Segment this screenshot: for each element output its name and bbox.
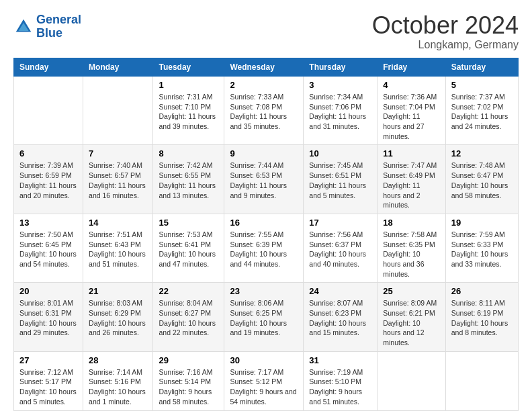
calendar-cell: 3Sunrise: 7:34 AMSunset: 7:06 PMDaylight… <box>304 77 378 145</box>
header-row: SundayMondayTuesdayWednesdayThursdayFrid… <box>14 58 519 77</box>
calendar-cell <box>14 77 83 145</box>
day-info: Sunrise: 7:51 AMSunset: 6:43 PMDaylight:… <box>89 230 147 269</box>
day-info: Sunrise: 8:09 AMSunset: 6:21 PMDaylight:… <box>383 298 440 347</box>
calendar-cell: 29Sunrise: 7:16 AMSunset: 5:14 PMDayligh… <box>153 351 224 410</box>
day-info: Sunrise: 7:55 AMSunset: 6:39 PMDaylight:… <box>230 230 298 269</box>
calendar-cell: 15Sunrise: 7:53 AMSunset: 6:41 PMDayligh… <box>153 214 224 282</box>
day-info: Sunrise: 8:11 AMSunset: 6:19 PMDaylight:… <box>451 298 513 338</box>
page-header: General Blue October 2024 Longkamp, Germ… <box>13 13 519 51</box>
day-info: Sunrise: 7:12 AMSunset: 5:17 PMDaylight:… <box>19 367 77 407</box>
day-number: 8 <box>159 148 218 158</box>
calendar-cell: 2Sunrise: 7:33 AMSunset: 7:08 PMDaylight… <box>224 77 304 145</box>
calendar-cell: 24Sunrise: 8:07 AMSunset: 6:23 PMDayligh… <box>304 283 378 351</box>
logo: General Blue <box>13 13 81 40</box>
day-info: Sunrise: 7:45 AMSunset: 6:51 PMDaylight:… <box>309 161 371 200</box>
day-info: Sunrise: 8:06 AMSunset: 6:25 PMDaylight:… <box>230 298 298 338</box>
day-info: Sunrise: 7:59 AMSunset: 6:33 PMDaylight:… <box>451 230 513 269</box>
day-number: 25 <box>383 286 440 296</box>
calendar-cell: 16Sunrise: 7:55 AMSunset: 6:39 PMDayligh… <box>224 214 304 282</box>
day-info: Sunrise: 7:33 AMSunset: 7:08 PMDaylight:… <box>230 92 298 132</box>
logo-line1: General <box>36 13 81 26</box>
calendar-cell: 12Sunrise: 7:48 AMSunset: 6:47 PMDayligh… <box>445 145 518 214</box>
day-number: 26 <box>451 286 513 296</box>
day-number: 22 <box>159 286 218 296</box>
logo-line2: Blue <box>36 26 62 40</box>
calendar-cell: 5Sunrise: 7:37 AMSunset: 7:02 PMDaylight… <box>445 77 518 145</box>
calendar-cell: 21Sunrise: 8:03 AMSunset: 6:29 PMDayligh… <box>83 283 153 351</box>
day-info: Sunrise: 8:04 AMSunset: 6:27 PMDaylight:… <box>159 298 218 338</box>
day-number: 2 <box>230 80 298 90</box>
day-number: 9 <box>230 148 298 158</box>
calendar-cell: 22Sunrise: 8:04 AMSunset: 6:27 PMDayligh… <box>153 283 224 351</box>
day-number: 11 <box>383 148 440 158</box>
day-info: Sunrise: 8:01 AMSunset: 6:31 PMDaylight:… <box>19 298 77 338</box>
day-number: 29 <box>159 355 218 365</box>
day-number: 10 <box>309 148 371 158</box>
day-info: Sunrise: 7:53 AMSunset: 6:41 PMDaylight:… <box>159 230 218 269</box>
month-title: October 2024 <box>372 13 519 38</box>
day-number: 28 <box>89 355 147 365</box>
day-number: 21 <box>89 286 147 296</box>
calendar-cell: 7Sunrise: 7:40 AMSunset: 6:57 PMDaylight… <box>83 145 153 214</box>
day-info: Sunrise: 8:07 AMSunset: 6:23 PMDaylight:… <box>309 298 371 338</box>
day-info: Sunrise: 7:58 AMSunset: 6:35 PMDaylight:… <box>383 230 440 279</box>
calendar-week-row: 13Sunrise: 7:50 AMSunset: 6:45 PMDayligh… <box>14 214 519 282</box>
calendar-cell: 1Sunrise: 7:31 AMSunset: 7:10 PMDaylight… <box>153 77 224 145</box>
calendar-cell: 13Sunrise: 7:50 AMSunset: 6:45 PMDayligh… <box>14 214 83 282</box>
day-number: 27 <box>19 355 77 365</box>
day-info: Sunrise: 7:37 AMSunset: 7:02 PMDaylight:… <box>451 92 513 132</box>
calendar-cell: 26Sunrise: 8:11 AMSunset: 6:19 PMDayligh… <box>445 283 518 351</box>
day-number: 12 <box>451 148 513 158</box>
calendar-body: 1Sunrise: 7:31 AMSunset: 7:10 PMDaylight… <box>14 77 519 411</box>
day-number: 4 <box>383 80 440 90</box>
day-number: 19 <box>451 218 513 228</box>
weekday-header: Wednesday <box>224 58 304 77</box>
day-number: 24 <box>309 286 371 296</box>
day-info: Sunrise: 7:47 AMSunset: 6:49 PMDaylight:… <box>383 161 440 210</box>
day-info: Sunrise: 7:17 AMSunset: 5:12 PMDaylight:… <box>230 367 298 407</box>
day-number: 1 <box>159 80 218 90</box>
calendar-week-row: 27Sunrise: 7:12 AMSunset: 5:17 PMDayligh… <box>14 351 519 410</box>
calendar-cell: 11Sunrise: 7:47 AMSunset: 6:49 PMDayligh… <box>378 145 446 214</box>
day-number: 13 <box>19 218 77 228</box>
day-number: 16 <box>230 218 298 228</box>
weekday-header: Saturday <box>445 58 518 77</box>
day-number: 30 <box>230 355 298 365</box>
day-info: Sunrise: 7:36 AMSunset: 7:04 PMDaylight:… <box>383 92 440 141</box>
logo-text: General Blue <box>36 13 81 40</box>
day-info: Sunrise: 7:19 AMSunset: 5:10 PMDaylight:… <box>309 367 371 407</box>
calendar-cell: 20Sunrise: 8:01 AMSunset: 6:31 PMDayligh… <box>14 283 83 351</box>
calendar-header: SundayMondayTuesdayWednesdayThursdayFrid… <box>14 58 519 77</box>
day-number: 6 <box>19 148 77 158</box>
calendar-cell: 27Sunrise: 7:12 AMSunset: 5:17 PMDayligh… <box>14 351 83 410</box>
calendar-cell: 19Sunrise: 7:59 AMSunset: 6:33 PMDayligh… <box>445 214 518 282</box>
day-info: Sunrise: 7:16 AMSunset: 5:14 PMDaylight:… <box>159 367 218 407</box>
logo-icon <box>13 17 34 37</box>
day-number: 20 <box>19 286 77 296</box>
day-number: 15 <box>159 218 218 228</box>
day-number: 3 <box>309 80 371 90</box>
weekday-header: Friday <box>378 58 446 77</box>
calendar-cell: 31Sunrise: 7:19 AMSunset: 5:10 PMDayligh… <box>304 351 378 410</box>
day-info: Sunrise: 7:48 AMSunset: 6:47 PMDaylight:… <box>451 161 513 200</box>
weekday-header: Sunday <box>14 58 83 77</box>
weekday-header: Monday <box>83 58 153 77</box>
weekday-header: Tuesday <box>153 58 224 77</box>
calendar-cell <box>378 351 446 410</box>
location: Longkamp, Germany <box>372 39 519 51</box>
day-info: Sunrise: 7:40 AMSunset: 6:57 PMDaylight:… <box>89 161 147 200</box>
day-number: 17 <box>309 218 371 228</box>
day-info: Sunrise: 7:39 AMSunset: 6:59 PMDaylight:… <box>19 161 77 200</box>
calendar-week-row: 1Sunrise: 7:31 AMSunset: 7:10 PMDaylight… <box>14 77 519 145</box>
day-info: Sunrise: 7:44 AMSunset: 6:53 PMDaylight:… <box>230 161 298 200</box>
day-info: Sunrise: 7:42 AMSunset: 6:55 PMDaylight:… <box>159 161 218 200</box>
day-number: 18 <box>383 218 440 228</box>
calendar-cell: 4Sunrise: 7:36 AMSunset: 7:04 PMDaylight… <box>378 77 446 145</box>
weekday-header: Thursday <box>304 58 378 77</box>
calendar-cell <box>83 77 153 145</box>
calendar-cell: 14Sunrise: 7:51 AMSunset: 6:43 PMDayligh… <box>83 214 153 282</box>
day-number: 5 <box>451 80 513 90</box>
calendar-cell: 25Sunrise: 8:09 AMSunset: 6:21 PMDayligh… <box>378 283 446 351</box>
calendar-week-row: 20Sunrise: 8:01 AMSunset: 6:31 PMDayligh… <box>14 283 519 351</box>
calendar-cell: 17Sunrise: 7:56 AMSunset: 6:37 PMDayligh… <box>304 214 378 282</box>
